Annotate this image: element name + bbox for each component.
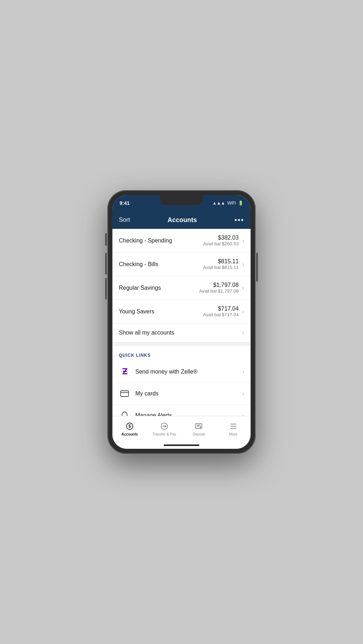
- account-row[interactable]: Young Savers $717.04 Avail bal $717.04 ›: [112, 300, 251, 323]
- notch: [160, 195, 203, 205]
- account-balance: $717.04: [203, 306, 239, 312]
- account-name: Young Savers: [119, 308, 154, 315]
- transfer-icon: [160, 422, 169, 431]
- nav-label-more: More: [229, 432, 237, 436]
- more-options-button[interactable]: •••: [234, 216, 244, 224]
- zelle-icon: Ƶ: [119, 366, 130, 378]
- phone-screen: 9:41 ▲▲▲ WiFi 🔋 Sort Accounts ••• Checki…: [112, 195, 251, 449]
- account-name: Checking - Bills: [119, 261, 158, 268]
- account-chevron-icon: ›: [242, 261, 244, 268]
- quick-link-label: My cards: [135, 390, 159, 397]
- quick-link-chevron-icon: ›: [242, 390, 244, 397]
- bottom-nav: $ Accounts Transfer & Pay: [112, 416, 251, 442]
- nav-item-deposit[interactable]: Deposit: [182, 422, 216, 436]
- card-icon: [119, 388, 130, 399]
- bell-icon: [119, 410, 130, 416]
- nav-label-deposit: Deposit: [193, 432, 205, 436]
- battery-icon: 🔋: [238, 201, 243, 206]
- show-all-label: Show all my accounts: [119, 330, 174, 336]
- quick-link-left: Ƶ Send money with Zelle®: [119, 366, 198, 378]
- quick-link-row[interactable]: Manage Alerts ›: [112, 405, 251, 416]
- side-button-vol-down: [105, 278, 107, 299]
- account-chevron-icon: ›: [242, 237, 244, 244]
- quick-link-chevron-icon: ›: [242, 369, 244, 375]
- accounts-icon: $: [125, 422, 134, 431]
- quick-links-title: QUICK LINKS: [119, 353, 151, 358]
- section-divider: [112, 342, 251, 346]
- show-all-chevron-icon: ›: [242, 330, 244, 336]
- account-name: Checking - Spending: [119, 237, 172, 244]
- nav-label-accounts: Accounts: [121, 432, 138, 436]
- quick-link-row[interactable]: Ƶ Send money with Zelle® ›: [112, 361, 251, 383]
- page-title: Accounts: [168, 216, 197, 224]
- side-button-power: [256, 253, 258, 282]
- side-button-mute: [105, 233, 107, 246]
- deposit-icon: [194, 422, 203, 431]
- more-icon: [229, 422, 238, 431]
- quick-link-left: Manage Alerts: [119, 410, 172, 416]
- account-row[interactable]: Checking - Bills $815.11 Avail bal $815.…: [112, 253, 251, 276]
- svg-rect-0: [121, 391, 129, 397]
- account-right: $1,797.08 Avail bal $1,797.08 ›: [199, 282, 244, 294]
- quick-links-header: QUICK LINKS: [112, 346, 251, 361]
- account-row[interactable]: Checking - Spending $382.03 Avail bal $2…: [112, 229, 251, 253]
- phone-frame: 9:41 ▲▲▲ WiFi 🔋 Sort Accounts ••• Checki…: [107, 190, 256, 454]
- account-chevron-icon: ›: [242, 308, 244, 315]
- account-chevron-icon: ›: [242, 285, 244, 291]
- quick-link-label: Manage Alerts: [135, 412, 172, 416]
- account-balance-block: $815.11 Avail bal $815.11: [203, 258, 239, 270]
- accounts-list: Checking - Spending $382.03 Avail bal $2…: [112, 229, 251, 323]
- quick-link-row[interactable]: My cards ›: [112, 383, 251, 405]
- side-button-vol-up: [105, 253, 107, 274]
- account-balance: $815.11: [203, 258, 239, 265]
- account-row[interactable]: Regular Savings $1,797.08 Avail bal $1,7…: [112, 276, 251, 300]
- wifi-icon: WiFi: [227, 201, 236, 206]
- account-balance-block: $717.04 Avail bal $717.04: [203, 306, 239, 317]
- status-icons: ▲▲▲ WiFi 🔋: [212, 201, 243, 206]
- signal-icon: ▲▲▲: [212, 201, 225, 206]
- quick-links-list: Ƶ Send money with Zelle® › My cards ›: [112, 361, 251, 416]
- account-avail: Avail bal $260.53: [203, 241, 239, 246]
- svg-text:$: $: [129, 424, 131, 429]
- quick-link-chevron-icon: ›: [242, 412, 244, 416]
- account-avail: Avail bal $1,797.08: [199, 288, 238, 294]
- account-right: $815.11 Avail bal $815.11 ›: [203, 258, 244, 270]
- app-header: Sort Accounts •••: [112, 211, 251, 229]
- nav-item-accounts[interactable]: $ Accounts: [112, 422, 147, 436]
- sort-button[interactable]: Sort: [119, 216, 130, 224]
- account-right: $382.03 Avail bal $260.53 ›: [203, 235, 244, 246]
- home-indicator: [112, 442, 251, 449]
- nav-label-transfer: Transfer & Pay: [153, 432, 176, 436]
- quick-link-left: My cards: [119, 388, 159, 399]
- nav-item-transfer[interactable]: Transfer & Pay: [147, 422, 182, 436]
- quick-link-label: Send money with Zelle®: [135, 369, 198, 375]
- nav-item-more[interactable]: More: [216, 422, 251, 436]
- status-time: 9:41: [120, 200, 130, 206]
- show-all-accounts-row[interactable]: Show all my accounts ›: [112, 323, 251, 342]
- account-balance-block: $382.03 Avail bal $260.53: [203, 235, 239, 246]
- account-balance: $1,797.08: [199, 282, 238, 288]
- account-balance: $382.03: [203, 235, 239, 241]
- account-right: $717.04 Avail bal $717.04 ›: [203, 306, 244, 317]
- main-content: Checking - Spending $382.03 Avail bal $2…: [112, 229, 251, 416]
- account-balance-block: $1,797.08 Avail bal $1,797.08: [199, 282, 238, 294]
- home-bar: [164, 444, 199, 446]
- account-avail: Avail bal $717.04: [203, 312, 239, 317]
- account-name: Regular Savings: [119, 285, 161, 291]
- account-avail: Avail bal $815.11: [203, 265, 239, 270]
